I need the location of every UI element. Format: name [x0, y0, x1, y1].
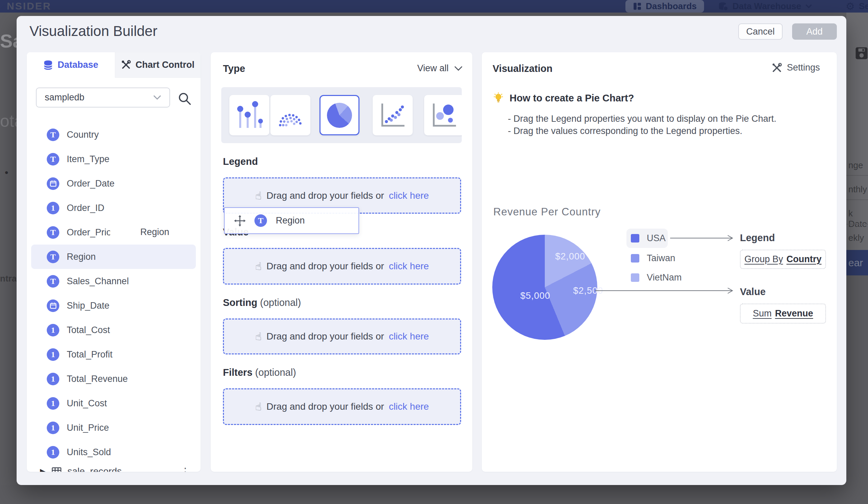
text-field-icon: T	[47, 153, 59, 165]
add-button[interactable]: Add	[792, 23, 837, 40]
field-row[interactable]: T Item_Type	[31, 147, 196, 171]
menu-separator	[846, 224, 868, 224]
lollipop-chart-icon	[236, 101, 263, 130]
filters-click-here-link[interactable]: click here	[389, 401, 429, 412]
chart-type-arc[interactable]	[270, 95, 310, 135]
number-field-icon: 1	[47, 324, 59, 336]
chart-type-lollipop[interactable]	[229, 95, 269, 135]
number-field-icon: 1	[47, 422, 59, 434]
nav-data-warehouse[interactable]: Data Warehouse	[718, 0, 812, 12]
backdrop-bottom	[0, 485, 868, 504]
number-field-icon: 1	[47, 397, 59, 410]
number-field-icon: 1	[47, 373, 59, 385]
field-row[interactable]: T Order_Priority Region	[31, 220, 196, 244]
chart-type-pie-selected[interactable]	[320, 95, 360, 135]
visualization-panel: Visualization Settings	[482, 52, 837, 472]
field-row[interactable]: Ship_Date	[31, 293, 196, 318]
field-row[interactable]: T Country	[31, 122, 196, 147]
filters-section-title: Filters (optional)	[223, 367, 296, 378]
view-all-button[interactable]: View all	[417, 63, 463, 73]
legend-click-here-link[interactable]: click here	[389, 190, 429, 201]
app-logo: NSIDER	[7, 0, 51, 12]
backdrop-text-central: ntral	[0, 273, 19, 284]
backdrop-right-panel-lower	[846, 275, 868, 504]
backdrop-menu-item: nthly	[848, 184, 867, 195]
dot-arc-chart-icon	[276, 103, 305, 127]
database-select[interactable]: sampledb	[36, 88, 170, 108]
text-field-icon: T	[47, 251, 59, 263]
caret-right-icon[interactable]: ▶	[40, 467, 46, 472]
number-field-icon: 1	[47, 446, 59, 458]
tools-icon	[121, 60, 131, 70]
filters-dropzone[interactable]: ☝ Drag and drop your fields or click her…	[223, 389, 461, 425]
field-row[interactable]: 1 Unit_Price	[31, 415, 196, 440]
dashboard-grid-icon	[633, 2, 642, 11]
move-icon	[234, 215, 246, 226]
nav-dashboards[interactable]: Dashboards	[626, 0, 704, 12]
backdrop-menu-item: nge	[848, 160, 863, 171]
number-field-icon: 1	[47, 202, 59, 214]
annotation-legend-heading: Legend	[740, 232, 775, 243]
sorting-click-here-link[interactable]: click here	[389, 331, 429, 342]
sorting-section-title: Sorting (optional)	[223, 297, 301, 308]
backdrop-menu-item: ekly	[848, 233, 864, 243]
backdrop-menu-item-selected: ear	[846, 250, 868, 275]
table-row-sale-records[interactable]: ▶ sale_records ⋮	[31, 459, 196, 472]
chevron-down-icon	[805, 4, 812, 9]
text-field-icon: T	[47, 226, 59, 239]
chart-type-scatter[interactable]	[373, 95, 413, 135]
drag-hand-icon: ☝	[255, 189, 261, 202]
bubble-chart-icon	[430, 101, 458, 129]
sorting-dropzone[interactable]: ☝ Drag and drop your fields or click her…	[223, 319, 461, 354]
field-row[interactable]: 1 Total_Cost	[31, 318, 196, 342]
cancel-button[interactable]: Cancel	[738, 23, 783, 40]
nav-settings[interactable]: ⚙ Settings	[846, 0, 868, 12]
field-row[interactable]: 1 Unit_Cost	[31, 391, 196, 415]
field-row[interactable]: Order_Date	[31, 171, 196, 196]
type-section-title: Type	[223, 63, 245, 74]
text-field-icon: T	[47, 275, 59, 288]
database-icon	[43, 60, 53, 70]
pie-chart-icon	[327, 103, 352, 128]
menu-separator	[846, 200, 868, 200]
chevron-down-icon	[454, 66, 463, 71]
drag-hand-icon: ☝	[255, 330, 261, 343]
top-navbar: NSIDER Dashboards Data Warehouse ⚙ Setti…	[0, 0, 868, 12]
chevron-down-icon	[153, 95, 161, 100]
gear-icon: ⚙	[846, 0, 855, 12]
legend-section-title: Legend	[223, 156, 258, 167]
drag-hand-icon: ☝	[255, 400, 261, 413]
builder-panel: Type View all	[211, 52, 472, 472]
date-field-icon	[47, 300, 59, 312]
annotation-value-heading: Value	[740, 286, 766, 298]
field-row[interactable]: T Sales_Channel	[31, 269, 196, 293]
field-row[interactable]: 1 Order_ID	[31, 196, 196, 220]
modal-title: Visualization Builder	[30, 23, 157, 39]
backdrop-menu-item: k Date	[848, 208, 868, 229]
kebab-menu-icon[interactable]: ⋮	[180, 466, 190, 472]
chart-type-bubble[interactable]	[424, 95, 462, 135]
search-icon[interactable]	[178, 92, 192, 105]
tab-chart-control[interactable]: Chart Control	[115, 52, 200, 78]
date-field-icon	[47, 178, 59, 190]
save-floppy-icon	[855, 47, 868, 60]
value-dropzone[interactable]: ☝ Drag and drop your fields or click her…	[223, 248, 461, 284]
dragged-field-card[interactable]: T Region	[224, 207, 359, 234]
visualization-builder-modal: Visualization Builder Cancel Add Databas…	[17, 16, 846, 485]
database-panel: Database Chart Control sampledb	[27, 52, 200, 472]
database-user-icon	[718, 2, 728, 11]
field-row[interactable]: 1 Total_Revenue	[31, 367, 196, 391]
sum-revenue-box[interactable]: Sum Revenue	[740, 304, 826, 324]
drag-hand-icon: ☝	[255, 260, 261, 273]
scatter-chart-icon	[379, 101, 406, 129]
drag-ghost-label: Region	[140, 227, 169, 238]
group-by-country-box[interactable]: Group By Country	[740, 250, 826, 269]
value-click-here-link[interactable]: click here	[389, 261, 429, 272]
tab-database[interactable]: Database	[27, 52, 115, 78]
field-row-region-selected[interactable]: T Region	[31, 244, 196, 269]
screen: NSIDER Dashboards Data Warehouse ⚙ Setti…	[0, 0, 868, 504]
backdrop-bullet: •	[5, 167, 9, 179]
field-row[interactable]: 1 Total_Profit	[31, 342, 196, 367]
text-field-icon: T	[47, 129, 59, 141]
chart-type-strip	[221, 87, 462, 143]
